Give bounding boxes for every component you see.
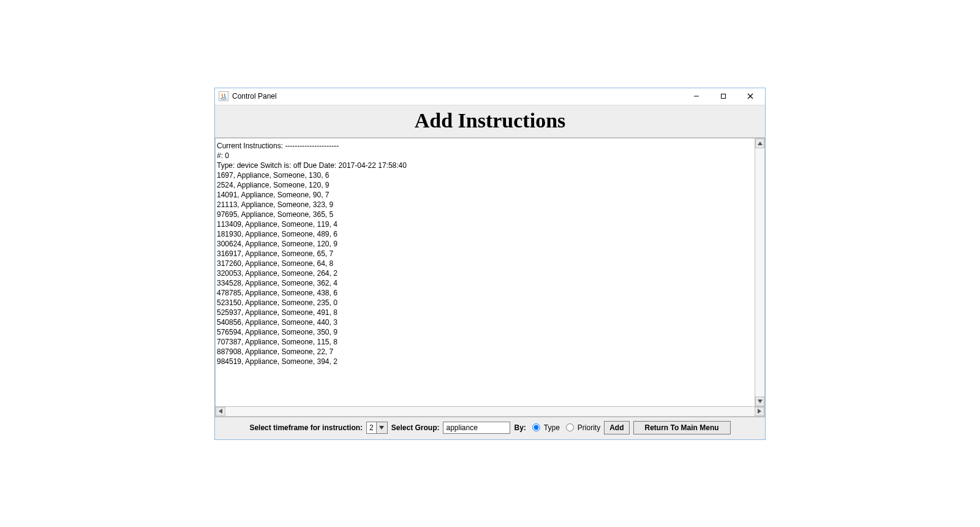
svg-marker-8 [219, 409, 222, 414]
java-icon [219, 91, 228, 101]
svg-line-4 [748, 94, 753, 99]
timeframe-value: 2 [367, 422, 376, 433]
svg-marker-6 [758, 142, 763, 145]
footer-toolbar: Select timeframe for instruction: 2 Sele… [215, 417, 765, 439]
instructions-viewport: Current Instructions: ------------------… [215, 138, 765, 417]
vertical-scrollbar[interactable] [755, 138, 764, 406]
chevron-down-icon[interactable] [376, 422, 387, 433]
add-button[interactable]: Add [604, 421, 629, 434]
svg-marker-9 [758, 409, 761, 414]
app-window: Control Panel Add Instructions Current I… [214, 88, 766, 440]
horizontal-scroll-track[interactable] [225, 407, 755, 416]
svg-rect-3 [722, 94, 726, 99]
return-main-menu-button[interactable]: Return To Main Menu [633, 421, 731, 434]
scroll-down-button[interactable] [755, 396, 764, 406]
titlebar: Control Panel [215, 88, 765, 105]
timeframe-label: Select timeframe for instruction: [249, 423, 363, 432]
minimize-button[interactable] [683, 88, 710, 104]
svg-marker-10 [379, 426, 384, 430]
radio-priority[interactable] [566, 423, 574, 431]
svg-marker-7 [758, 400, 763, 403]
radio-type-label: Type [544, 423, 560, 432]
content-area: Current Instructions: ------------------… [215, 138, 765, 417]
page-title: Add Instructions [215, 109, 765, 132]
by-label: By: [514, 423, 526, 432]
group-label: Select Group: [391, 423, 440, 432]
svg-line-5 [748, 94, 753, 99]
page-header: Add Instructions [215, 105, 765, 138]
radio-type[interactable] [532, 423, 540, 431]
scroll-left-button[interactable] [216, 407, 225, 416]
vertical-scroll-track[interactable] [755, 148, 764, 396]
instructions-textarea[interactable]: Current Instructions: ------------------… [216, 138, 755, 406]
scroll-right-button[interactable] [755, 407, 764, 416]
maximize-button[interactable] [710, 88, 737, 104]
close-button[interactable] [737, 88, 764, 104]
window-title: Control Panel [232, 92, 683, 100]
timeframe-combobox[interactable]: 2 [366, 422, 388, 434]
window-controls [683, 88, 764, 104]
scroll-up-button[interactable] [755, 138, 764, 148]
horizontal-scrollbar[interactable] [216, 406, 764, 416]
radio-priority-label: Priority [578, 423, 600, 432]
by-group: By: Type Priority [514, 423, 600, 432]
group-input[interactable] [443, 422, 510, 434]
